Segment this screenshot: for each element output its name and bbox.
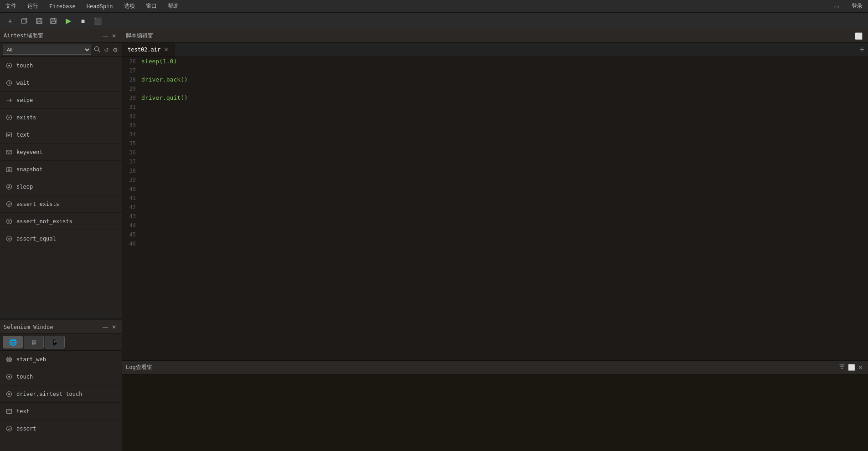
open-button[interactable] <box>18 15 31 27</box>
line-number-32: 32 <box>122 112 141 121</box>
airtest-panel-close[interactable]: ✕ <box>110 32 118 40</box>
editor-expand-btn[interactable]: ⬜ <box>853 31 864 41</box>
editor-tab-label: test02.air <box>128 46 160 53</box>
search-select[interactable]: All <box>3 45 91 55</box>
code-line-38: 38 <box>122 166 868 175</box>
new-button[interactable]: + <box>4 15 16 27</box>
search-refresh-btn[interactable]: ↺ <box>103 46 110 54</box>
sidebar-item-swipe[interactable]: swipe <box>0 92 122 109</box>
menu-bar: 文件 运行 Firebase HeadSpin 选项 窗口 帮助 ▭ 登录 <box>0 0 868 13</box>
left-sidebar: Airtest辅助窗 — ✕ All ↺ ⚙ touch <box>0 29 122 451</box>
selenium-item-start-web[interactable]: start_web <box>0 351 122 368</box>
selenium-panel-header: Selenium Window — ✕ <box>0 320 122 334</box>
run-button[interactable]: ▶ <box>62 15 75 27</box>
selenium-item-list: start_web touch driver.airtest_touch <box>0 351 122 451</box>
record-button[interactable]: ⬛ <box>91 15 104 27</box>
code-line-43: 43 <box>122 212 868 221</box>
editor-tab-test02[interactable]: test02.air ✕ <box>122 43 175 56</box>
main-area: Airtest辅助窗 — ✕ All ↺ ⚙ touch <box>0 29 868 451</box>
code-line-41: 41 <box>122 194 868 203</box>
svg-rect-29 <box>7 409 12 413</box>
selenium-tab-globe[interactable]: 🌐 <box>3 336 23 348</box>
sidebar-item-label-snapshot: snapshot <box>16 166 43 173</box>
selenium-item-driver-airtest-touch[interactable]: driver.airtest_touch <box>0 385 122 403</box>
svg-point-23 <box>7 236 12 241</box>
selenium-touch-icon <box>5 373 13 380</box>
svg-rect-2 <box>38 18 41 20</box>
selenium-item-assert[interactable]: assert <box>0 420 122 437</box>
svg-point-9 <box>8 65 10 67</box>
airtest-panel-minimize[interactable]: — <box>101 32 110 40</box>
code-line-42: 42 <box>122 203 868 212</box>
selenium-item-label-text: text <box>16 408 30 415</box>
log-close-btn[interactable]: ✕ <box>857 364 864 371</box>
swipe-icon <box>5 97 13 104</box>
code-line-35: 35 <box>122 139 868 148</box>
line-content-35 <box>141 139 868 148</box>
menu-run[interactable]: 运行 <box>26 1 40 11</box>
stop-button[interactable]: ■ <box>77 15 89 27</box>
menu-window[interactable]: 窗口 <box>144 1 159 11</box>
editor-tab-close[interactable]: ✕ <box>163 47 169 52</box>
selenium-tab-devices[interactable]: 📱 <box>45 336 65 348</box>
log-expand-btn[interactable]: ⬜ <box>847 364 857 371</box>
menu-headspin[interactable]: HeadSpin <box>85 2 115 10</box>
svg-point-30 <box>7 426 12 431</box>
line-content-30: driver.quit() <box>141 93 868 102</box>
line-content-44 <box>141 221 868 230</box>
editor-tab-add[interactable]: + <box>856 45 868 55</box>
selenium-panel-close[interactable]: ✕ <box>110 323 118 331</box>
code-editor[interactable]: 26 sleep(1.0) 27 28 driver.back() 29 30 … <box>122 57 868 360</box>
search-settings-btn[interactable]: ⚙ <box>112 46 119 54</box>
svg-rect-0 <box>21 19 26 23</box>
log-content <box>122 374 868 451</box>
line-content-36 <box>141 148 868 157</box>
search-add-btn[interactable] <box>93 45 101 55</box>
sleep-icon <box>5 183 13 190</box>
sidebar-item-label-text: text <box>16 132 30 138</box>
line-number-43: 43 <box>122 212 141 221</box>
sidebar-item-wait[interactable]: wait <box>0 74 122 92</box>
line-number-40: 40 <box>122 184 141 194</box>
menu-firebase[interactable]: Firebase <box>47 2 78 10</box>
sidebar-item-label-assert-exists: assert_exists <box>16 201 59 207</box>
saveas-button[interactable] <box>47 15 60 27</box>
log-header: Log查看窗 ⬜ ✕ <box>122 361 868 374</box>
svg-rect-6 <box>52 21 55 23</box>
code-line-36: 36 <box>122 148 868 157</box>
menu-options[interactable]: 选项 <box>122 1 137 11</box>
line-content-28: driver.back() <box>141 75 868 84</box>
log-filter-btn[interactable] <box>837 364 847 371</box>
line-number-36: 36 <box>122 148 141 157</box>
menu-file[interactable]: 文件 <box>4 1 18 11</box>
line-content-31 <box>141 102 868 112</box>
sidebar-item-assert-not-exists[interactable]: assert_not_exists <box>0 213 122 230</box>
selenium-text-icon <box>5 408 13 415</box>
selenium-item-text[interactable]: text <box>0 403 122 420</box>
line-number-26: 26 <box>122 57 141 66</box>
svg-point-28 <box>8 393 10 395</box>
sidebar-item-exists[interactable]: exists <box>0 109 122 126</box>
line-number-28: 28 <box>122 75 141 84</box>
line-number-30: 30 <box>122 93 141 102</box>
save-button[interactable] <box>33 15 46 27</box>
sidebar-item-text[interactable]: text <box>0 126 122 144</box>
selenium-item-touch[interactable]: touch <box>0 368 122 385</box>
svg-point-26 <box>8 376 10 378</box>
code-line-34: 34 <box>122 130 868 139</box>
menu-login[interactable]: 登录 <box>850 1 864 11</box>
selenium-tab-screen[interactable]: 🖥 <box>24 336 44 348</box>
sidebar-item-assert-equal[interactable]: assert_equal <box>0 230 122 247</box>
sidebar-item-snapshot[interactable]: snapshot <box>0 161 122 178</box>
selenium-panel-minimize[interactable]: — <box>101 323 110 331</box>
touch-icon <box>5 62 13 69</box>
line-number-44: 44 <box>122 221 141 230</box>
code-line-33: 33 <box>122 121 868 130</box>
sidebar-item-label-touch: touch <box>16 62 33 69</box>
sidebar-item-touch[interactable]: touch <box>0 57 122 74</box>
sidebar-item-keyevent[interactable]: keyevent <box>0 144 122 161</box>
sidebar-item-sleep[interactable]: sleep <box>0 178 122 195</box>
line-number-46: 46 <box>122 239 141 248</box>
menu-help[interactable]: 帮助 <box>166 1 181 11</box>
sidebar-item-assert-exists[interactable]: assert_exists <box>0 195 122 213</box>
